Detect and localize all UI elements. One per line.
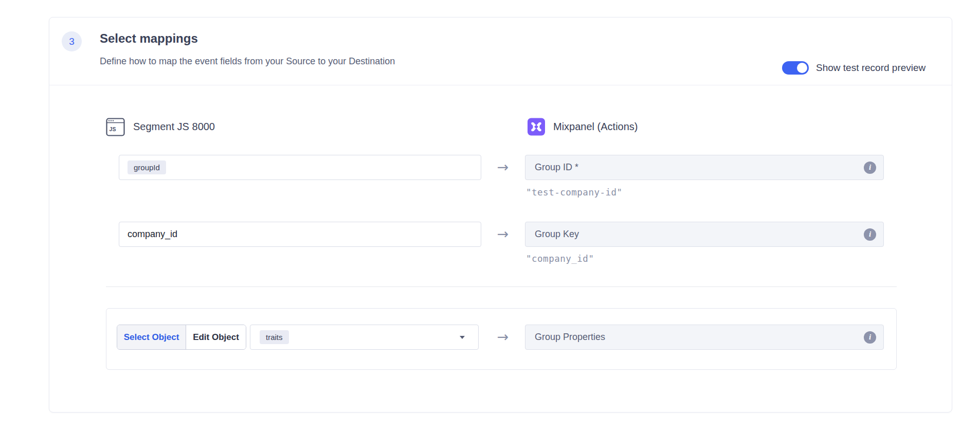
svg-text:JS: JS — [110, 126, 116, 132]
source-field-input-row1[interactable]: groupId — [119, 155, 481, 180]
page-title: Select mappings — [100, 31, 198, 46]
step-number-badge: 3 — [62, 31, 82, 51]
section-divider — [106, 286, 897, 287]
mapping-arrow-icon: → — [493, 156, 513, 177]
destination-name: Mixpanel (Actions) — [553, 121, 638, 133]
preview-toggle[interactable] — [782, 61, 809, 75]
test-record-preview-control: Show test record preview — [782, 61, 925, 75]
destination-field-group-id[interactable]: Group ID * i — [525, 155, 884, 180]
mapping-arrow-icon: → — [493, 326, 513, 347]
page-subtitle: Define how to map the event fields from … — [100, 56, 395, 67]
source-column-header: JS Segment JS 8000 — [106, 117, 215, 136]
edit-object-button[interactable]: Edit Object — [186, 325, 246, 349]
toggle-knob — [797, 63, 807, 73]
object-mode-segmented-control: Select Object Edit Object — [117, 325, 246, 350]
destination-field-label: Group Key — [535, 229, 864, 240]
mixpanel-icon — [528, 118, 545, 136]
test-preview-value: "test-company-id" — [526, 187, 623, 198]
mapping-arrow-icon: → — [493, 223, 513, 244]
source-field-input-row2[interactable] — [119, 222, 481, 247]
test-preview-value: "company_id" — [526, 254, 594, 264]
source-name: Segment JS 8000 — [133, 121, 215, 133]
select-object-button[interactable]: Select Object — [117, 325, 186, 349]
destination-column-header: Mixpanel (Actions) — [528, 117, 638, 136]
destination-field-group-key[interactable]: Group Key i — [525, 222, 884, 247]
destination-field-label: Group Properties — [535, 332, 864, 343]
destination-field-label: Group ID * — [535, 162, 864, 173]
source-token-chip[interactable]: groupId — [128, 160, 166, 174]
browser-js-icon: JS — [106, 118, 125, 136]
dropdown-selected-chip[interactable]: traits — [260, 330, 289, 344]
info-icon[interactable]: i — [864, 331, 876, 344]
card-header: 3 Select mappings Define how to map the … — [49, 17, 952, 85]
toggle-label: Show test record preview — [816, 62, 925, 74]
info-icon[interactable]: i — [864, 162, 876, 174]
source-text-input[interactable] — [128, 229, 473, 240]
object-source-dropdown[interactable]: traits — [250, 325, 479, 350]
chevron-down-icon — [460, 336, 465, 339]
destination-field-group-properties[interactable]: Group Properties i — [525, 325, 884, 350]
select-mappings-card: 3 Select mappings Define how to map the … — [49, 17, 952, 413]
info-icon[interactable]: i — [864, 228, 876, 241]
